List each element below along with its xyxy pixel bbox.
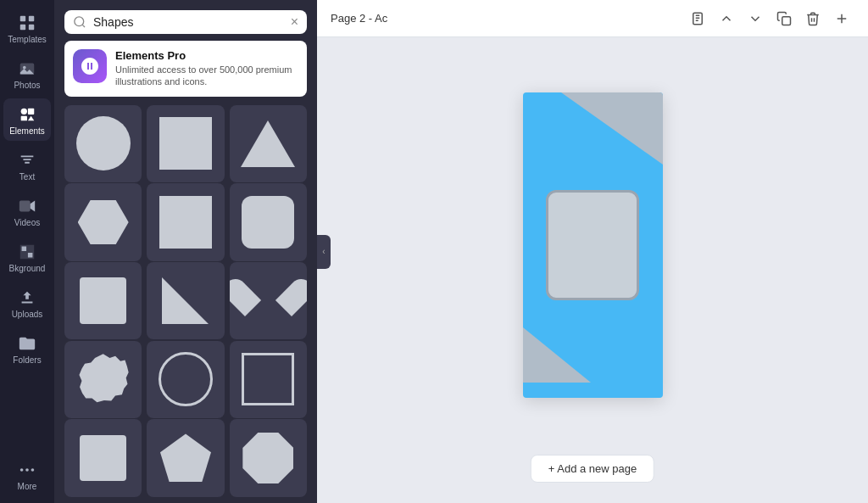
- canvas-content[interactable]: + Add a new page: [317, 37, 868, 503]
- delete-button[interactable]: [800, 6, 826, 31]
- svg-rect-1: [29, 16, 34, 21]
- sidebar-item-uploads[interactable]: Uploads: [3, 282, 51, 324]
- shape-heart-item[interactable]: [230, 262, 307, 339]
- sidebar-item-elements[interactable]: Elements: [3, 98, 51, 141]
- shape-hexagon-item[interactable]: [64, 183, 142, 260]
- shape-triangle-item[interactable]: [230, 105, 307, 182]
- trash-icon: [805, 11, 821, 26]
- promo-description: Unlimited access to over 500,000 premium…: [115, 64, 298, 88]
- background-icon: [18, 243, 36, 261]
- toolbar-actions: [685, 6, 854, 31]
- svg-point-14: [85, 59, 88, 63]
- sidebar-item-text[interactable]: Text: [3, 144, 51, 187]
- upload-icon: [18, 288, 36, 307]
- sidebar-item-background[interactable]: Bkground: [3, 236, 51, 278]
- shape-circle-outline-item[interactable]: [147, 341, 224, 418]
- shape-square-fill-item[interactable]: [64, 419, 142, 496]
- page-icon: [690, 11, 705, 26]
- svg-rect-17: [782, 16, 791, 25]
- rt-triangle-shape: [162, 277, 209, 324]
- shape-octagon-item[interactable]: [230, 419, 307, 496]
- sidebar: Templates Photos Elements Text Videos Bk…: [0, 0, 54, 503]
- svg-rect-8: [21, 116, 27, 121]
- folder-icon: [18, 334, 36, 353]
- move-up-button[interactable]: [714, 6, 739, 31]
- svg-point-15: [92, 59, 95, 63]
- promo-banner[interactable]: Elements Pro Unlimited access to over 50…: [64, 41, 307, 97]
- canvas-area: Page 2 - Ac: [317, 0, 868, 503]
- photo-icon: [18, 59, 36, 78]
- page-rounded-rect: [546, 190, 639, 300]
- page-triangle-top-right: [561, 92, 663, 165]
- square2-shape: [159, 196, 212, 249]
- circle-outline-shape: [159, 352, 213, 406]
- shape-circle-item[interactable]: [64, 105, 142, 182]
- sidebar-item-folders-label: Folders: [13, 355, 41, 365]
- square-shape: [159, 117, 212, 170]
- video-icon: [18, 197, 36, 215]
- octagon-shape: [242, 433, 293, 483]
- triangle-shape: [241, 120, 295, 167]
- shape-square-sm-item[interactable]: [64, 262, 142, 339]
- sidebar-item-uploads-label: Uploads: [12, 310, 43, 319]
- add-page-toolbar-button[interactable]: [829, 6, 854, 31]
- elements-icon: [18, 105, 36, 124]
- sidebar-item-background-label: Bkground: [9, 264, 46, 273]
- shape-square-outline-item[interactable]: [230, 341, 307, 418]
- heart-shape: [245, 280, 292, 322]
- wavy-shape: [78, 354, 129, 405]
- promo-text: Elements Pro Unlimited access to over 50…: [115, 49, 298, 88]
- duplicate-button[interactable]: [771, 6, 797, 31]
- search-clear-button[interactable]: ×: [291, 15, 298, 29]
- page-card[interactable]: [523, 92, 663, 398]
- shape-square2-item[interactable]: [147, 183, 224, 260]
- search-input[interactable]: [93, 15, 284, 29]
- square-outline-shape: [242, 353, 294, 405]
- sidebar-item-text-label: Text: [19, 172, 35, 182]
- svg-point-12: [25, 468, 29, 472]
- square-fill-shape: [80, 435, 126, 482]
- sidebar-item-more-label: More: [18, 482, 37, 491]
- elements-panel: × Elements Pro Unlimited access to over …: [54, 0, 317, 503]
- sidebar-item-folders[interactable]: Folders: [3, 327, 51, 370]
- page-icon-button[interactable]: [685, 6, 710, 31]
- svg-rect-3: [29, 25, 34, 30]
- sidebar-item-elements-label: Elements: [9, 126, 45, 136]
- svg-rect-10: [19, 201, 31, 212]
- search-icon: [73, 15, 86, 29]
- shape-wavy-item[interactable]: [64, 341, 142, 418]
- more-icon: [18, 461, 36, 479]
- copy-icon: [776, 11, 792, 26]
- shapes-grid: [54, 105, 317, 503]
- chevron-up-icon: [719, 11, 734, 26]
- add-new-page-button[interactable]: + Add a new page: [531, 455, 654, 483]
- sidebar-item-videos[interactable]: Videos: [3, 190, 51, 232]
- promo-icon: [73, 49, 107, 83]
- square-rounded-shape: [242, 196, 294, 249]
- svg-marker-9: [28, 116, 34, 121]
- move-down-button[interactable]: [743, 6, 768, 31]
- svg-rect-2: [20, 25, 25, 30]
- chevron-down-icon: [748, 11, 763, 26]
- svg-rect-0: [20, 16, 25, 21]
- promo-title: Elements Pro: [115, 49, 298, 62]
- sidebar-item-more[interactable]: More: [3, 454, 51, 496]
- shape-pentagon-item[interactable]: [147, 419, 224, 496]
- sidebar-item-templates-label: Templates: [8, 35, 47, 44]
- canvas-toolbar: Page 2 - Ac: [317, 0, 868, 37]
- svg-point-13: [31, 468, 35, 472]
- shape-rt-triangle-item[interactable]: [147, 262, 224, 339]
- panel-collapse-handle[interactable]: ‹: [317, 235, 331, 269]
- grid-icon: [18, 14, 36, 32]
- svg-point-6: [21, 109, 27, 115]
- shape-square-item[interactable]: [147, 105, 224, 182]
- search-bar: ×: [64, 10, 307, 34]
- sidebar-item-photos[interactable]: Photos: [3, 53, 51, 95]
- text-icon: [18, 151, 36, 170]
- svg-rect-7: [28, 109, 34, 115]
- plus-icon: [834, 11, 849, 26]
- sidebar-item-templates[interactable]: Templates: [3, 7, 51, 49]
- pentagon-shape: [160, 433, 211, 482]
- shape-square-rounded-item[interactable]: [230, 183, 307, 260]
- svg-point-11: [20, 468, 24, 472]
